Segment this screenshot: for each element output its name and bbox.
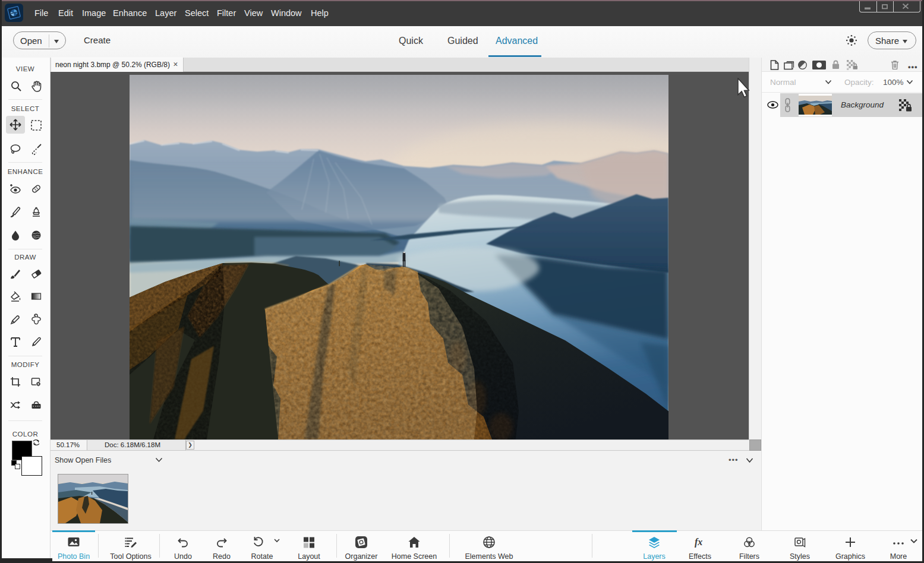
svg-text:fx: fx xyxy=(695,537,702,548)
